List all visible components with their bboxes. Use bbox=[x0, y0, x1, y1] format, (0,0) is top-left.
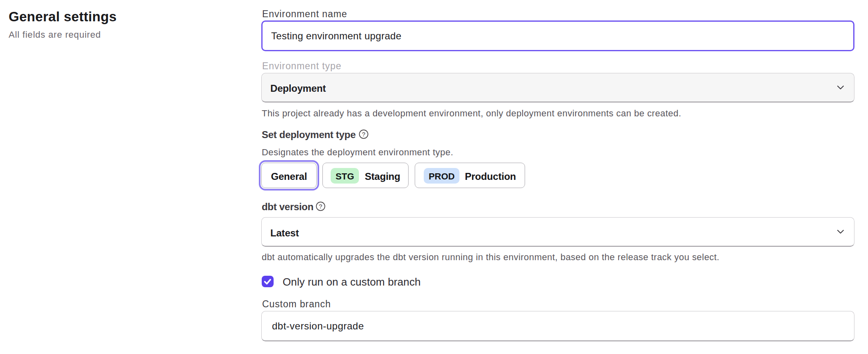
svg-text:?: ? bbox=[319, 203, 322, 210]
svg-text:?: ? bbox=[362, 131, 365, 138]
